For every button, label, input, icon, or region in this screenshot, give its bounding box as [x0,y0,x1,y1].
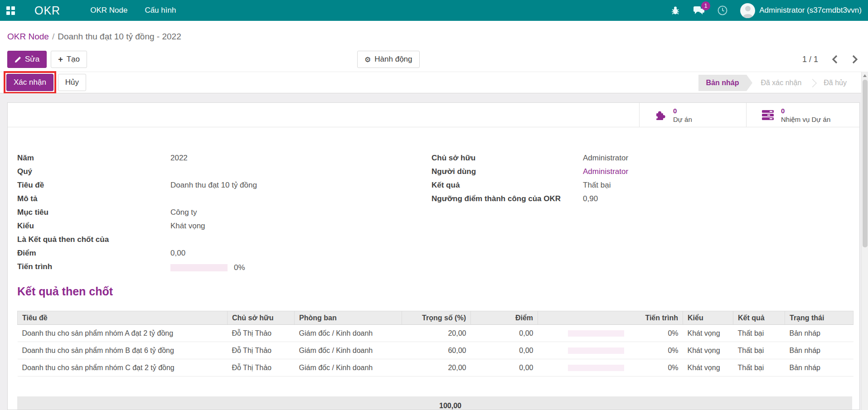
col-header-state[interactable]: Trạng thái [785,311,853,325]
cell-department: Giám đốc / Kinh doanh [295,325,402,342]
stat-button-strip: 0 Dự án 0 Nhiệm vụ Dự án [8,103,859,127]
plus-icon: + [58,55,63,64]
projects-label: Dự án [673,115,692,124]
cell-state: Bản nháp [785,342,853,359]
pager-next-icon[interactable] [852,55,858,64]
cell-score: 0,00 [471,342,538,359]
breadcrumb-separator: / [52,32,54,41]
apps-menu-button[interactable] [0,0,21,21]
content-area: 0 Dự án 0 Nhiệm vụ Dự án [0,93,868,410]
field-value-type[interactable]: Khát vọng [170,222,205,232]
cell-progress-percent: 0% [668,364,678,372]
menu-config[interactable]: Cấu hình [145,4,176,17]
debug-bug-icon[interactable] [669,5,681,16]
row-progress-bar [568,347,624,354]
progress-widget: 0% [170,262,245,273]
stat-button-projects[interactable]: 0 Dự án [639,103,746,127]
scrollbar-up-arrow-icon[interactable] [863,74,867,77]
chevron-right-icon [809,79,817,87]
cell-owner: Đỗ Thị Thảo [228,359,295,376]
table-row[interactable]: Doanh thu cho sản phẩm nhóm A đạt 2 tỷ đ… [18,325,853,342]
col-header-result[interactable]: Kết quả [733,311,785,325]
cell-type: Khát vọng [683,359,733,376]
status-step-cancelled[interactable]: Đã hủy [816,75,854,91]
field-value-target[interactable]: Công ty [170,208,197,218]
cell-weight: 20,00 [402,325,471,342]
field-label-okr-threshold: Ngưỡng điểm thành công của OKR [432,194,583,205]
cell-result: Thất bại [733,342,785,359]
cell-weight: 20,00 [402,359,471,376]
col-header-title[interactable]: Tiêu đề [18,311,228,325]
field-label-progress: Tiến trình [17,262,170,273]
cell-state: Bản nháp [785,359,853,376]
menu-okr-node[interactable]: OKR Node [90,4,127,17]
row-progress-bar [568,365,624,371]
create-button[interactable]: + Tạo [51,51,87,68]
cancel-button-label: Hủy [65,78,79,87]
cell-department: Giám đốc / Kinh doanh [295,359,402,376]
field-label-title: Tiêu đề [17,181,170,191]
total-weight-value: 100,00 [17,402,466,410]
cell-weight: 60,00 [402,342,471,359]
field-label-description: Mô tả [17,194,170,205]
tasks-icon [761,109,775,121]
field-value-owner[interactable]: Administrator [583,154,628,164]
pager: 1 / 1 [802,55,858,64]
col-header-department[interactable]: Phòng ban [295,311,402,325]
progress-bar-track [170,264,228,271]
app-brand[interactable]: OKR [34,4,60,17]
cell-result: Thất bại [733,359,785,376]
table-header-row: Tiêu đề Chủ sở hữu Phòng ban Trọng số (%… [18,311,853,325]
table-row[interactable]: Doanh thu cho sản phẩm nhóm C đạt 2 tỷ đ… [18,359,853,376]
form-fields: Năm2022 Quý Tiêu đềDoanh thu đạt 10 tỷ đ… [8,127,859,276]
field-label-score: Điểm [17,249,170,259]
col-header-progress[interactable]: Tiến trình [538,311,683,325]
message-count-badge: 1 [701,1,710,10]
cell-owner: Đỗ Thị Thảo [228,342,295,359]
status-step-draft[interactable]: Bản nháp [698,75,747,91]
user-menu[interactable]: Administrator (s37cmdbt3vvn) [740,3,862,18]
col-header-score[interactable]: Điểm [471,311,538,325]
field-value-title[interactable]: Doanh thu đạt 10 tỷ đồng [170,181,257,191]
table-row[interactable]: Doanh thu cho sản phẩm nhóm B đạt 6 tỷ đ… [18,342,853,359]
col-header-type[interactable]: Kiểu [683,311,733,325]
field-label-type: Kiểu [17,222,170,232]
col-header-owner[interactable]: Chủ sở hữu [228,311,295,325]
cancel-button[interactable]: Hủy [58,74,86,91]
field-label-target: Mục tiêu [17,208,170,218]
field-value-result[interactable]: Thất bại [583,181,611,191]
field-label-quarter: Quý [17,167,170,178]
field-label-user: Người dùng [432,167,583,178]
breadcrumb-current: Doanh thu đạt 10 tỷ đồng - 2022 [58,32,181,41]
edit-button[interactable]: Sửa [7,51,47,68]
field-label-result: Kết quả [432,181,583,191]
messages-icon[interactable]: 1 [693,5,705,16]
action-menu-button[interactable]: ⚙ Hành động [357,51,420,68]
breadcrumb-parent-link[interactable]: OKR Node [7,32,49,41]
scrollbar-thumb[interactable] [863,80,868,247]
field-value-okr-threshold[interactable]: 0,90 [583,194,598,205]
field-value-score[interactable]: 0,00 [170,249,185,259]
control-panel-buttons: Sửa + Tạo ⚙ Hành động 1 / 1 [0,50,868,72]
avatar [740,3,755,18]
vertical-scrollbar[interactable] [861,72,868,410]
form-statusbar: Xác nhận Hủy Bản nháp Đã xác nhận Đã hủy [0,72,868,93]
confirm-button[interactable]: Xác nhận [6,74,53,91]
cell-progress-percent: 0% [668,329,678,338]
field-value-year[interactable]: 2022 [170,154,188,164]
project-tasks-label: Nhiệm vụ Dự án [781,115,830,124]
pager-prev-icon[interactable] [832,55,838,64]
action-button-label: Hành động [374,55,412,64]
cell-type: Khát vọng [683,325,733,342]
activity-clock-icon[interactable] [717,5,728,16]
col-header-weight[interactable]: Trọng số (%) [402,311,471,325]
cell-type: Khát vọng [683,342,733,359]
puzzle-icon [654,109,667,121]
cell-score: 0,00 [471,359,538,376]
cell-department: Giám đốc / Kinh doanh [295,342,402,359]
field-label-key-result-of: Là Kết quả then chốt của [17,235,170,246]
cell-result: Thất bại [733,325,785,342]
stat-button-project-tasks[interactable]: 0 Nhiệm vụ Dự án [746,103,859,127]
status-step-confirmed[interactable]: Đã xác nhận [753,75,809,91]
field-value-user-link[interactable]: Administrator [583,167,628,178]
